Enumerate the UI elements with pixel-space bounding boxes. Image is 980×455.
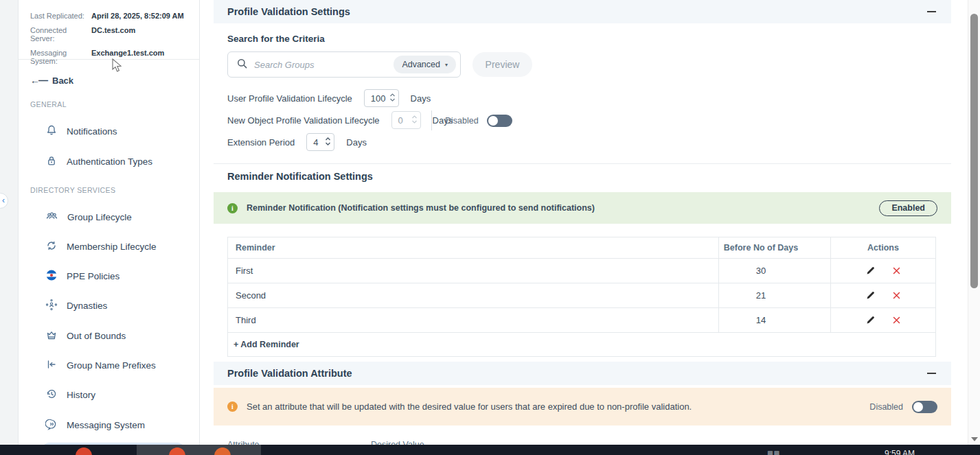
replication-info-row: Last Replicated: April 28, 2025, 8:52:09… — [19, 8, 199, 23]
reminder-days: 30 — [718, 259, 830, 283]
section-title: Profile Validation Settings — [227, 6, 350, 17]
sidebar-section-directory-services: DIRECTORY SERVICES — [30, 186, 115, 194]
delete-x-icon[interactable] — [893, 292, 900, 299]
reminder-column-header: Reminder — [228, 237, 718, 258]
extension-label: Extension Period — [227, 137, 295, 148]
spinner-icon[interactable] — [325, 137, 331, 148]
crown-icon — [45, 329, 58, 343]
messaging-system-row: Messaging System: Exchange1.test.com — [19, 45, 199, 68]
reminder-notification-banner: i Reminder Notification (Notification se… — [214, 192, 951, 224]
sidebar-item-membership-lifecycle[interactable]: Membership Lifecycle — [19, 233, 199, 260]
sidebar-item-notifications[interactable]: Notifications — [19, 117, 199, 145]
history-icon — [45, 388, 58, 402]
prefix-icon — [45, 358, 58, 373]
collapse-minus-icon[interactable] — [927, 8, 936, 16]
taskbar-clock: 9:59 AM — [885, 449, 915, 455]
attribute-toggle[interactable] — [912, 401, 937, 413]
info-icon: i — [227, 203, 238, 213]
connected-server-value: DC.test.com — [91, 26, 135, 43]
taskbar-tray-icon[interactable]: ▩▩ — [767, 450, 780, 455]
sidebar-item-messaging-system[interactable]: Messaging System — [19, 411, 199, 439]
preview-button[interactable]: Preview — [472, 52, 532, 77]
toggle-state-label: Disabled — [869, 402, 903, 412]
banner-message: Set an attribute that will be updated wi… — [247, 401, 861, 412]
user-lifecycle-row: User Profile Validation Lifecycle 100 Da… — [227, 89, 431, 107]
reminder-name: Third — [228, 308, 718, 332]
sidebar-section-general: GENERAL — [30, 100, 67, 108]
days-unit: Days — [411, 93, 431, 104]
reminder-name: First — [228, 259, 718, 283]
sidebar-item-ppe-policies[interactable]: PPE Policies — [19, 262, 199, 290]
bell-icon — [45, 124, 58, 139]
profile-validation-attribute-header: Profile Validation Attribute — [214, 362, 951, 385]
sidebar-item-authentication-types[interactable]: Authentication Types — [19, 148, 199, 175]
section-divider — [214, 163, 951, 164]
table-row: First 30 — [228, 259, 935, 283]
edit-pencil-icon[interactable] — [866, 291, 875, 300]
new-object-value: 0 — [398, 115, 408, 126]
enabled-status-button[interactable]: Enabled — [879, 200, 937, 216]
extension-period-row: Extension Period 4 Days — [227, 133, 367, 151]
taskbar-active-app[interactable] — [137, 445, 261, 455]
sidebar-item-label: PPE Policies — [67, 271, 119, 281]
edit-pencil-icon[interactable] — [866, 266, 875, 275]
add-reminder-button[interactable]: + Add Reminder — [228, 333, 935, 357]
sidebar-item-out-of-bounds[interactable]: Out of Bounds — [19, 322, 199, 349]
chat-icon — [45, 418, 58, 432]
sidebar-item-label: Messaging System — [67, 420, 145, 430]
info-icon: i — [227, 401, 238, 412]
taskbar-app-icon[interactable] — [76, 447, 92, 455]
field-divider — [431, 110, 432, 130]
profile-validation-settings-header: Profile Validation Settings — [214, 0, 951, 23]
group-icon — [45, 210, 58, 224]
reminder-days: 21 — [718, 283, 830, 307]
collapse-minus-icon[interactable] — [927, 369, 936, 378]
toggle-knob — [913, 402, 923, 412]
messaging-system-value: Exchange1.test.com — [91, 49, 164, 65]
scrollbar-thumb[interactable] — [970, 14, 978, 288]
banner-message: Reminder Notification (Notification sett… — [247, 203, 870, 213]
new-object-toggle-group: Disabled — [445, 115, 512, 127]
lock-icon — [45, 154, 58, 169]
days-unit: Days — [346, 137, 367, 148]
advanced-label: Advanced — [402, 60, 440, 69]
reminder-name: Second — [228, 283, 718, 307]
sidebar-item-label: Dynasties — [67, 301, 107, 311]
user-lifecycle-value: 100 — [371, 93, 386, 104]
reminder-days: 14 — [718, 308, 830, 332]
search-input[interactable] — [254, 60, 387, 70]
taskbar: ▩▩ 9:59 AM — [0, 445, 980, 455]
sidebar-item-group-name-prefixes[interactable]: Group Name Prefixes — [19, 351, 199, 379]
new-object-lifecycle-row: New Object Profile Validation Lifecycle … — [227, 111, 453, 129]
last-replicated-value: April 28, 2025, 8:52:09 AM — [91, 12, 184, 20]
sidebar-item-dynasties[interactable]: Dynasties — [19, 292, 199, 319]
user-lifecycle-label: User Profile Validation Lifecycle — [227, 93, 352, 104]
sidebar-item-label: Membership Lifecycle — [67, 242, 157, 252]
new-object-toggle[interactable] — [487, 115, 512, 127]
sidebar-item-history[interactable]: History — [19, 381, 199, 408]
spinner-icon[interactable] — [389, 93, 396, 104]
sidebar-item-label: Group Name Prefixes — [67, 360, 156, 371]
sidebar-item-label: Group Lifecycle — [67, 212, 132, 222]
back-link[interactable]: ←— Back — [30, 75, 73, 86]
sidebar-item-group-lifecycle[interactable]: Group Lifecycle — [19, 203, 199, 231]
target-icon — [45, 269, 58, 283]
delete-x-icon[interactable] — [893, 316, 900, 324]
edit-pencil-icon[interactable] — [866, 316, 875, 325]
extension-value: 4 — [313, 137, 321, 148]
table-header-row: Reminder Before No of Days Actions — [228, 237, 935, 259]
table-row: Second 21 — [228, 283, 935, 308]
sidebar-item-label: Out of Bounds — [67, 331, 126, 341]
new-object-input: 0 — [391, 111, 421, 129]
connected-server-row: Connected Server: DC.test.com — [19, 23, 199, 45]
actions-column-header: Actions — [830, 237, 935, 258]
delete-x-icon[interactable] — [893, 267, 900, 275]
user-lifecycle-input[interactable]: 100 — [364, 89, 399, 107]
extension-input[interactable]: 4 — [306, 133, 334, 151]
chevron-left-icon: ‹ — [2, 196, 5, 205]
sidebar-item-label: Notifications — [67, 126, 117, 137]
advanced-search-button[interactable]: Advanced ▾ — [394, 56, 456, 73]
scrollbar-down-arrow[interactable] — [971, 437, 978, 441]
table-row: Third 14 — [228, 308, 935, 333]
chevron-down-icon: ▾ — [445, 62, 448, 68]
